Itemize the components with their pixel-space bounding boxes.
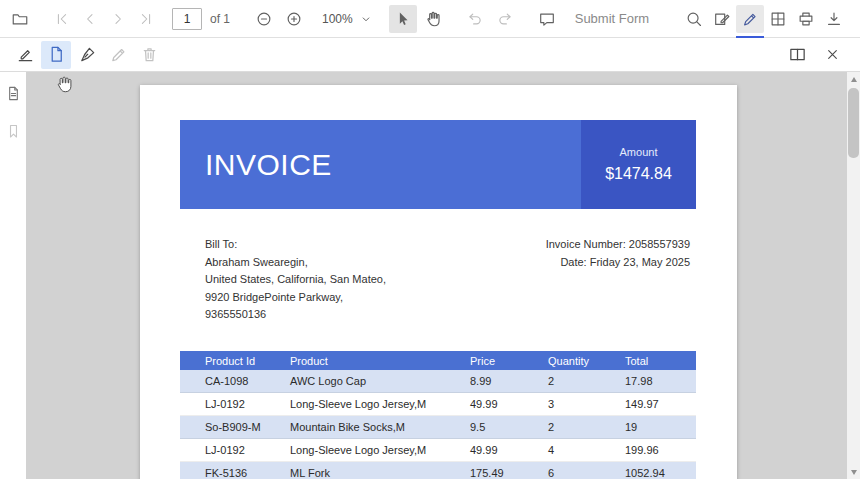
left-panel-strip (0, 72, 26, 479)
table-cell: 19 (600, 421, 696, 433)
ink-draw-button[interactable] (72, 41, 102, 69)
ink-draw-icon (78, 45, 97, 64)
scroll-down-icon (851, 470, 857, 475)
table-cell: Mountain Bike Socks,M (265, 421, 445, 433)
comment-icon (538, 10, 556, 28)
edit-signature-icon (16, 45, 35, 64)
scroll-up-button[interactable] (847, 72, 860, 86)
table-cell: LJ-0192 (180, 398, 265, 410)
scroll-up-icon (851, 77, 857, 82)
zoom-out-button[interactable] (250, 5, 278, 33)
table-row: FK-5136 ML Fork 175.49 6 1052.94 (180, 462, 696, 479)
bookmark-icon (5, 123, 22, 140)
column-header: Total (600, 355, 696, 367)
bill-to-line: United States, California, San Mateo, (205, 271, 386, 289)
scroll-down-button[interactable] (847, 465, 860, 479)
scrollbar-thumb[interactable] (848, 88, 859, 158)
download-button[interactable] (820, 5, 848, 33)
invoice-date: Date: Friday 23, May 2025 (546, 254, 690, 272)
next-page-button[interactable] (104, 5, 132, 33)
page-navigation-group (48, 5, 160, 33)
ink-pen-button[interactable] (736, 5, 764, 33)
table-cell: 199.96 (600, 444, 696, 456)
document-viewer[interactable]: INVOICE Amount $1474.84 Bill To: Abraham… (26, 72, 847, 479)
table-cell: Long-Sleeve Logo Jersey,M (265, 444, 445, 456)
organize-pages-button[interactable] (764, 5, 792, 33)
zoom-level-dropdown[interactable]: 100% (314, 5, 377, 33)
previous-page-button[interactable] (76, 5, 104, 33)
bill-to-block: Bill To: Abraham Swearegin, United State… (180, 236, 386, 324)
pdf-page: INVOICE Amount $1474.84 Bill To: Abraham… (140, 85, 737, 479)
comment-button[interactable] (533, 5, 561, 33)
invoice-amount-box: Amount $1474.84 (581, 120, 696, 209)
pan-tool-icon (424, 10, 442, 28)
table-cell: 2 (523, 375, 600, 387)
table-row: LJ-0192 Long-Sleeve Logo Jersey,M 49.99 … (180, 439, 696, 462)
bill-to-line: 9365550136 (205, 306, 386, 324)
selection-tool-icon (394, 10, 412, 28)
zoom-out-icon (255, 10, 273, 28)
bill-to-label: Bill To: (205, 236, 386, 254)
print-icon (797, 10, 815, 28)
ink-pen-icon (741, 10, 759, 28)
table-cell: LJ-0192 (180, 444, 265, 456)
column-header: Quantity (523, 355, 600, 367)
delete-icon (140, 45, 159, 64)
table-cell: ML Fork (265, 467, 445, 479)
annotation-edit-button[interactable] (708, 5, 736, 33)
bookmarks-button[interactable] (0, 118, 26, 144)
zoom-in-button[interactable] (280, 5, 308, 33)
annotation-toolbar (0, 38, 860, 72)
page-number-input[interactable] (172, 8, 202, 30)
invoice-meta: Bill To: Abraham Swearegin, United State… (180, 236, 696, 324)
table-cell: 2 (523, 421, 600, 433)
previous-page-icon (82, 11, 98, 27)
amount-label: Amount (620, 146, 658, 158)
redo-icon (496, 10, 514, 28)
invoice-table: Product Id Product Price Quantity Total … (180, 351, 696, 479)
column-header: Price (445, 355, 523, 367)
search-icon (685, 10, 703, 28)
toolbar-right-group (680, 5, 860, 33)
pencil-button[interactable] (103, 41, 133, 69)
close-button[interactable] (817, 41, 847, 69)
delete-button[interactable] (134, 41, 164, 69)
page-thumbnails-icon (5, 85, 22, 102)
pan-tool-button[interactable] (419, 5, 447, 33)
submit-form-button[interactable]: Submit Form (575, 11, 649, 26)
table-cell: 49.99 (445, 398, 523, 410)
invoice-number: Invoice Number: 2058557939 (546, 236, 690, 254)
undo-icon (466, 10, 484, 28)
open-file-button[interactable] (6, 5, 34, 33)
zoom-in-icon (285, 10, 303, 28)
vertical-scrollbar[interactable] (847, 72, 860, 479)
table-cell: Long-Sleeve Logo Jersey,M (265, 398, 445, 410)
page-thumbnails-button[interactable] (0, 80, 26, 106)
amount-value: $1474.84 (605, 165, 672, 183)
print-button[interactable] (792, 5, 820, 33)
search-button[interactable] (680, 5, 708, 33)
table-cell: 8.99 (445, 375, 523, 387)
book-view-icon (788, 45, 807, 64)
document-icon (47, 45, 66, 64)
selection-tool-button[interactable] (389, 5, 417, 33)
bill-to-line: Abraham Swearegin, (205, 254, 386, 272)
organize-pages-icon (769, 10, 787, 28)
last-page-button[interactable] (132, 5, 160, 33)
last-page-icon (138, 11, 154, 27)
first-page-button[interactable] (48, 5, 76, 33)
undo-button[interactable] (461, 5, 489, 33)
bill-to-line: 9920 BridgePointe Parkway, (205, 289, 386, 307)
close-icon (824, 46, 841, 63)
document-button[interactable] (41, 41, 71, 69)
table-cell: CA-1098 (180, 375, 265, 387)
book-view-button[interactable] (782, 41, 812, 69)
edit-signature-button[interactable] (10, 41, 40, 69)
first-page-icon (54, 11, 70, 27)
table-cell: FK-5136 (180, 467, 265, 479)
annotation-toolbar-right (782, 41, 848, 69)
table-cell: So-B909-M (180, 421, 265, 433)
column-header: Product Id (180, 355, 265, 367)
invoice-title: INVOICE (180, 120, 581, 209)
redo-button[interactable] (491, 5, 519, 33)
